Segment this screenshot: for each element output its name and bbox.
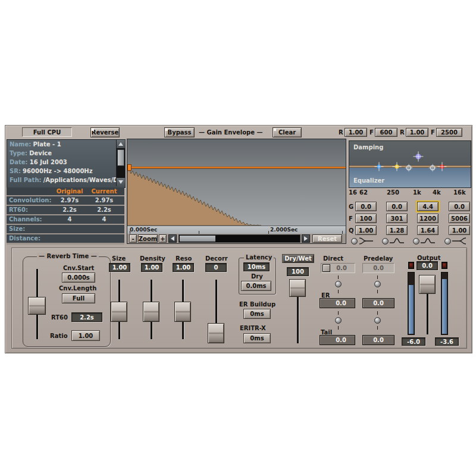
latency-dry-field[interactable]: 0.0ms — [241, 281, 271, 291]
rt60-label: RT60 — [51, 314, 68, 321]
eq-point-band1[interactable] — [406, 165, 412, 171]
predelay-label: Predelay — [364, 255, 393, 262]
scroll-left-icon[interactable] — [168, 234, 177, 243]
full-cpu-display[interactable]: Full CPU — [22, 127, 72, 137]
zoom-out-button[interactable]: - — [129, 234, 137, 243]
rf-field-f2[interactable]: 2500 — [436, 128, 462, 137]
rf-field-r2[interactable]: 1.00 — [406, 128, 428, 137]
rf-field-r1[interactable]: 1.00 — [345, 128, 367, 137]
eq-freq-band2[interactable]: 301 — [386, 214, 408, 223]
direct-er-knob[interactable] — [335, 281, 342, 287]
output-slider-handle[interactable] — [419, 275, 436, 294]
eq-point-band-purple[interactable] — [416, 154, 421, 159]
info-scrollbar[interactable] — [116, 140, 125, 186]
direct-predelay-field[interactable]: 0.0 — [362, 263, 394, 273]
er-tail-predelay-knob[interactable] — [374, 317, 381, 324]
reso-slider-handle[interactable] — [174, 302, 191, 322]
dry-wet-slider-handle[interactable] — [289, 279, 306, 297]
filter-type-band4[interactable] — [444, 237, 468, 245]
eq-gain-band1[interactable]: 0.0 — [355, 202, 377, 211]
filter-type-band3[interactable] — [413, 237, 436, 245]
ratio-field[interactable]: 1.00 — [71, 330, 100, 341]
eq-q-band2[interactable]: 1.28 — [386, 226, 408, 235]
er-predelay-field[interactable]: 0.0 — [362, 298, 394, 308]
waveform-scrollbar[interactable] — [178, 234, 300, 243]
clip-led-right-icon[interactable] — [441, 262, 447, 269]
filter-type-band2[interactable] — [382, 237, 405, 245]
frequency-scale: 16 62 250 1k 4k 16k — [349, 189, 471, 196]
output-label: Output — [417, 255, 440, 261]
reverse-button[interactable]: Reverse — [90, 127, 120, 137]
clear-button[interactable]: Clear — [273, 127, 302, 137]
rt60-display[interactable]: 2.2s — [71, 312, 102, 322]
zoom-in-button[interactable]: + — [159, 234, 167, 243]
eq-graph[interactable]: Damping Equalizer — [349, 140, 471, 188]
info-row-type: Type: Device — [7, 149, 125, 158]
size-slider-handle[interactable] — [111, 302, 127, 322]
size-display[interactable]: 1.00 — [109, 263, 130, 272]
table-header-row: Original Current — [7, 187, 124, 195]
latency-title: Latency — [244, 254, 274, 261]
reset-button[interactable]: Reset — [312, 234, 342, 243]
waveform-scrollbar-thumb[interactable] — [180, 236, 215, 242]
gain-envelope-line[interactable] — [127, 167, 346, 168]
decorr-display[interactable]: 0 — [205, 263, 227, 272]
reso-label: Reso — [176, 255, 192, 262]
q-row-label: Q — [349, 227, 354, 234]
eq-point-red[interactable] — [440, 165, 444, 169]
scroll-down-icon[interactable] — [117, 178, 125, 186]
tail-gain-field[interactable]: 0.0 — [320, 335, 355, 345]
scroll-right-icon[interactable] — [302, 234, 310, 243]
tail-predelay-field[interactable]: 0.0 — [362, 335, 394, 345]
clip-led-left-icon[interactable] — [408, 262, 414, 269]
reverb-time-slider-handle[interactable] — [28, 297, 46, 315]
eq-freq-band3[interactable]: 1200 — [417, 214, 439, 223]
waveform-area[interactable] — [127, 139, 346, 226]
time-ruler: 0.000Sec 2.000Sec — [127, 226, 346, 234]
reso-display[interactable]: 1.00 — [173, 263, 194, 272]
eq-point-yellow[interactable] — [395, 165, 399, 169]
latency-display[interactable]: 10ms — [243, 262, 270, 271]
gain-envelope-handle[interactable] — [127, 164, 131, 171]
eq-q-band1[interactable]: 1.00 — [355, 226, 377, 235]
filter-select-ball-icon[interactable] — [413, 238, 419, 245]
gain-row-label: G — [349, 203, 353, 210]
filter-select-ball-icon[interactable] — [351, 238, 358, 245]
filter-select-ball-icon[interactable] — [382, 238, 389, 245]
eritr-x-field[interactable]: 0ms — [243, 333, 271, 343]
eq-gain-band2[interactable]: 0.0 — [386, 202, 408, 211]
density-slider-handle[interactable] — [143, 302, 159, 322]
eq-freq-band1[interactable]: 100 — [355, 214, 377, 223]
bypass-button[interactable]: Bypass — [164, 127, 195, 137]
filter-select-ball-icon[interactable] — [444, 238, 451, 245]
rf-field-f1[interactable]: 600 — [375, 128, 397, 137]
eq-gain-band3-selected[interactable]: 4.4 — [417, 202, 439, 211]
eq-freq-band4[interactable]: 5006 — [449, 214, 470, 223]
direct-gain-field[interactable]: 0.0 — [321, 263, 355, 273]
density-display[interactable]: 1.00 — [141, 263, 162, 272]
dry-wet-button[interactable]: Dry/Wet — [282, 254, 314, 263]
eq-gain-band4[interactable]: 0.0 — [449, 202, 470, 211]
low-shelf-icon — [358, 237, 374, 245]
eq-q-band4[interactable]: 1.00 — [449, 226, 470, 235]
table-row: Distance: — [7, 234, 124, 243]
zoom-label: Zoom — [138, 234, 158, 243]
er-gain-field[interactable]: 0.0 — [320, 298, 355, 308]
eq-point-band2[interactable] — [430, 165, 436, 171]
cnv-length-field[interactable]: Full — [62, 293, 95, 303]
eq-point-blue[interactable] — [377, 165, 381, 169]
output-gain-display[interactable]: 0.0 — [416, 261, 438, 270]
er-tail-knob[interactable] — [335, 317, 342, 324]
filter-type-band1[interactable] — [351, 237, 374, 245]
decorr-slider-handle[interactable] — [208, 323, 224, 343]
scroll-up-icon[interactable] — [117, 140, 125, 148]
output-meter-right — [441, 272, 448, 335]
cnv-start-field[interactable]: 0.000s — [62, 273, 95, 283]
direct-er-predelay-knob[interactable] — [374, 281, 381, 287]
reverb-time-title: — Reverb Time — — [37, 253, 99, 259]
eq-q-band3[interactable]: 1.64 — [417, 226, 439, 235]
dry-wet-display[interactable]: 100 — [287, 267, 309, 276]
direct-checkbox-icon[interactable] — [322, 264, 330, 272]
er-buildup-field[interactable]: 0ms — [243, 309, 271, 319]
scrollbar-thumb[interactable] — [117, 149, 124, 166]
